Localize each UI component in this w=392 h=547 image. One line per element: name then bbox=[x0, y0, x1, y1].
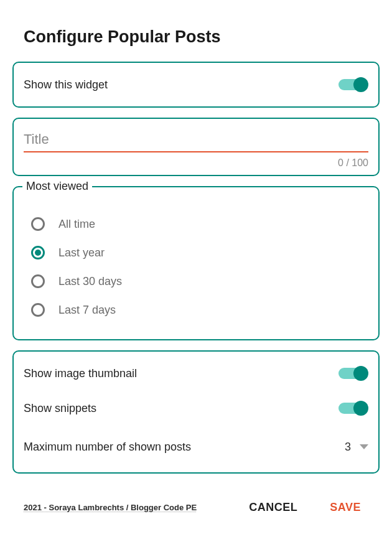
thumbnail-toggle[interactable] bbox=[338, 366, 368, 381]
radio-row[interactable]: Last 30 days bbox=[31, 267, 361, 296]
panel-title: 0 / 100 bbox=[12, 118, 380, 176]
footer-credits: 2021 - Soraya Lambrechts / Blogger Code … bbox=[24, 503, 197, 512]
panel-most-viewed: Most viewed All time Last year Last 30 d… bbox=[12, 186, 380, 340]
max-posts-label: Maximum number of shown posts bbox=[24, 441, 191, 454]
radio-label: Last 7 days bbox=[58, 304, 116, 317]
max-posts-select[interactable]: 3 bbox=[345, 441, 368, 454]
most-viewed-radio-group: All time Last year Last 30 days Last 7 d… bbox=[31, 210, 361, 324]
radio-icon bbox=[31, 246, 45, 259]
save-button[interactable]: SAVE bbox=[326, 496, 365, 519]
radio-label: Last 30 days bbox=[58, 275, 122, 288]
radio-label: All time bbox=[58, 218, 95, 231]
dialog-footer: 2021 - Soraya Lambrechts / Blogger Code … bbox=[12, 484, 380, 519]
snippets-label: Show snippets bbox=[24, 402, 96, 415]
radio-row[interactable]: Last year bbox=[31, 238, 361, 267]
snippets-toggle[interactable] bbox=[338, 401, 368, 416]
switch-thumb bbox=[353, 366, 368, 381]
radio-icon bbox=[31, 274, 45, 288]
chevron-down-icon bbox=[360, 444, 368, 449]
show-widget-label: Show this widget bbox=[24, 78, 108, 91]
title-char-counter: 0 / 100 bbox=[24, 157, 368, 169]
radio-row[interactable]: Last 7 days bbox=[31, 296, 361, 324]
panel-display-options: Show image thumbnail Show snippets Maxim… bbox=[12, 350, 380, 474]
max-posts-value: 3 bbox=[345, 441, 351, 454]
radio-icon bbox=[31, 217, 45, 231]
panel-show-widget: Show this widget bbox=[12, 62, 380, 108]
show-widget-toggle[interactable] bbox=[338, 77, 368, 92]
thumbnail-label: Show image thumbnail bbox=[24, 367, 137, 380]
title-input[interactable] bbox=[24, 125, 368, 152]
switch-thumb bbox=[353, 401, 368, 416]
switch-thumb bbox=[353, 77, 368, 92]
radio-icon bbox=[31, 303, 45, 317]
dialog-title: Configure Popular Posts bbox=[24, 27, 380, 47]
radio-label: Last year bbox=[58, 246, 105, 259]
radio-row[interactable]: All time bbox=[31, 210, 361, 238]
cancel-button[interactable]: CANCEL bbox=[245, 496, 301, 519]
most-viewed-legend: Most viewed bbox=[22, 180, 92, 193]
